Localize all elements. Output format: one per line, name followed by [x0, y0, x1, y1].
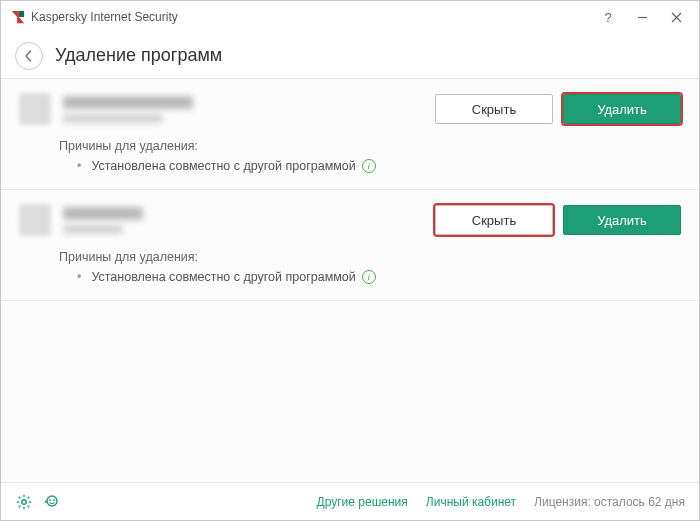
reason-item: Установлена совместно с другой программо… — [77, 159, 681, 173]
page-header: Удаление программ — [1, 33, 699, 79]
delete-button[interactable]: Удалить — [563, 94, 681, 124]
window-title: Kaspersky Internet Security — [31, 10, 591, 24]
program-actions: Скрыть Удалить — [435, 205, 681, 235]
program-name-blurred — [63, 96, 193, 109]
program-icon — [19, 93, 51, 125]
kaspersky-logo-icon — [11, 10, 25, 24]
reasons-block: Причины для удаления: Установлена совмес… — [59, 250, 681, 284]
svg-point-13 — [49, 499, 51, 501]
program-icon — [19, 204, 51, 236]
program-row: Скрыть Удалить — [19, 204, 681, 236]
reason-item: Установлена совместно с другой программо… — [77, 270, 681, 284]
minimize-button[interactable] — [625, 2, 659, 32]
reasons-label: Причины для удаления: — [59, 139, 681, 153]
program-item: Скрыть Удалить Причины для удаления: Уст… — [1, 190, 699, 301]
status-bar: Другие решения Личный кабинет Лицензия: … — [1, 482, 699, 520]
back-button[interactable] — [15, 42, 43, 70]
svg-line-11 — [19, 505, 21, 507]
svg-point-14 — [53, 499, 55, 501]
svg-point-3 — [22, 499, 27, 504]
settings-icon[interactable] — [15, 493, 33, 511]
reason-text: Установлена совместно с другой программо… — [91, 159, 355, 173]
svg-line-9 — [28, 505, 30, 507]
reasons-block: Причины для удаления: Установлена совмес… — [59, 139, 681, 173]
program-item: Скрыть Удалить Причины для удаления: Уст… — [1, 79, 699, 190]
support-icon[interactable] — [43, 493, 61, 511]
titlebar: Kaspersky Internet Security ? — [1, 1, 699, 33]
other-solutions-link[interactable]: Другие решения — [317, 495, 408, 509]
program-info — [63, 207, 423, 234]
svg-point-12 — [47, 496, 57, 506]
help-button[interactable]: ? — [591, 2, 625, 32]
close-button[interactable] — [659, 2, 693, 32]
program-name-blurred — [63, 207, 143, 220]
hide-button[interactable]: Скрыть — [435, 94, 553, 124]
program-vendor-blurred — [63, 114, 163, 123]
program-vendor-blurred — [63, 225, 123, 234]
program-info — [63, 96, 423, 123]
program-row: Скрыть Удалить — [19, 93, 681, 125]
license-status: Лицензия: осталось 62 дня — [534, 495, 685, 509]
info-icon[interactable]: i — [362, 159, 376, 173]
reasons-label: Причины для удаления: — [59, 250, 681, 264]
hide-button[interactable]: Скрыть — [435, 205, 553, 235]
program-actions: Скрыть Удалить — [435, 94, 681, 124]
account-link[interactable]: Личный кабинет — [426, 495, 516, 509]
reason-text: Установлена совместно с другой программо… — [91, 270, 355, 284]
delete-button[interactable]: Удалить — [563, 205, 681, 235]
program-list: Скрыть Удалить Причины для удаления: Уст… — [1, 79, 699, 482]
app-window: Kaspersky Internet Security ? Удаление п… — [0, 0, 700, 521]
info-icon[interactable]: i — [362, 270, 376, 284]
svg-line-8 — [19, 496, 21, 498]
svg-line-10 — [28, 496, 30, 498]
page-title: Удаление программ — [55, 45, 222, 66]
arrow-left-icon — [23, 50, 35, 62]
